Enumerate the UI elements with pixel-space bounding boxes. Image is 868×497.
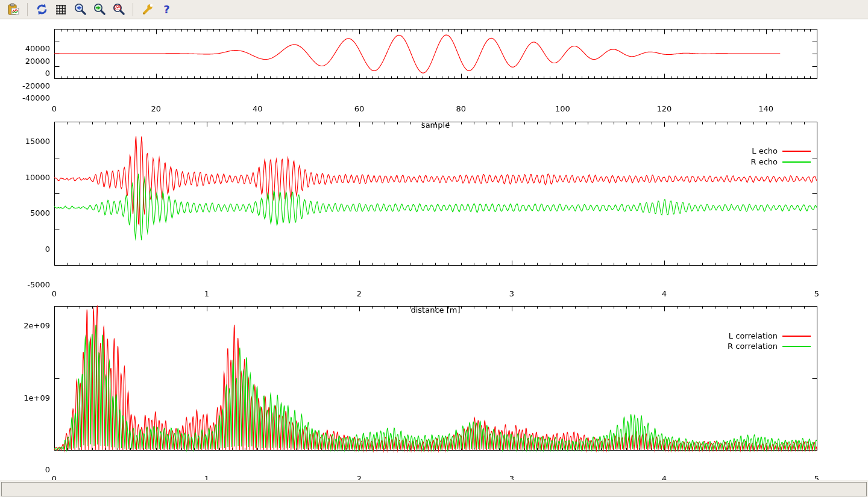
legend-label: R correlation — [681, 342, 778, 351]
legend-line-swatch — [782, 161, 811, 163]
legend-line-swatch — [782, 336, 811, 337]
plot-canvas[interactable] — [0, 20, 868, 480]
status-bar — [0, 480, 868, 497]
toolbar-separator — [133, 3, 133, 16]
clipboard-chart-icon — [7, 3, 20, 16]
gnuplot-window: { "toolbar": { "help_glyph": "?", "butto… — [0, 0, 868, 497]
autoscale-button[interactable] — [110, 1, 127, 18]
toolbar-separator — [27, 3, 28, 16]
x-tick-label: 4 — [643, 289, 685, 299]
y-tick-label: 0 — [8, 245, 50, 254]
legend-label: L correlation — [681, 331, 778, 341]
zoom-autoscale-icon — [113, 3, 125, 16]
wrench-icon — [141, 3, 154, 16]
legend-label: L echo — [681, 146, 778, 156]
help-glyph: ? — [163, 3, 169, 16]
x-tick-label: 20 — [135, 104, 177, 114]
zoom-previous-icon — [74, 3, 87, 16]
x-tick-label: 2 — [338, 289, 380, 299]
zoom-next-icon — [93, 3, 106, 16]
y-tick-label: 15000 — [8, 137, 50, 146]
configure-button[interactable] — [139, 1, 156, 18]
help-icon: ? — [160, 3, 173, 16]
x-tick-label: 5 — [796, 289, 838, 299]
zoom-previous-button[interactable] — [72, 1, 89, 18]
legend-line-swatch — [782, 151, 811, 152]
x-tick-label: 0 — [33, 289, 75, 299]
x-tick-label: 60 — [338, 104, 380, 114]
y-tick-label: 5000 — [8, 208, 50, 218]
grid-icon — [55, 4, 67, 16]
refresh-icon — [36, 3, 48, 16]
x-axis-label: sample — [388, 120, 484, 130]
copy-to-clipboard-button[interactable] — [5, 1, 22, 18]
plot-area: -40000-200000200004000002040608010012014… — [0, 20, 868, 480]
replot-button[interactable] — [33, 1, 50, 18]
y-tick-label: -5000 — [8, 280, 50, 290]
status-field — [1, 482, 867, 496]
x-tick-label: 100 — [541, 104, 583, 114]
x-tick-label: 140 — [745, 104, 787, 114]
y-tick-label: 0 — [8, 69, 50, 78]
x-tick-label: 3 — [491, 289, 533, 299]
x-tick-label: 40 — [236, 104, 278, 114]
x-tick-label: 80 — [440, 104, 482, 114]
legend-label: R echo — [681, 157, 778, 167]
x-tick-label: 1 — [186, 289, 228, 299]
y-tick-label: 2e+09 — [8, 321, 50, 331]
x-axis-label: distance [m] — [388, 305, 484, 315]
y-tick-label: 10000 — [8, 173, 50, 183]
y-tick-label: -40000 — [8, 93, 50, 103]
y-tick-label: 40000 — [8, 44, 50, 54]
help-button[interactable]: ? — [158, 1, 175, 18]
toolbar: ? — [0, 0, 868, 19]
toggle-grid-button[interactable] — [52, 1, 69, 18]
y-tick-label: 20000 — [8, 57, 50, 66]
y-tick-label: -20000 — [8, 81, 50, 91]
y-tick-label: 1e+09 — [8, 393, 50, 403]
x-tick-label: 0 — [33, 104, 75, 114]
legend-line-swatch — [782, 346, 811, 347]
y-tick-label: 0 — [8, 465, 50, 475]
zoom-next-button[interactable] — [91, 1, 108, 18]
x-tick-label: 120 — [643, 104, 685, 114]
